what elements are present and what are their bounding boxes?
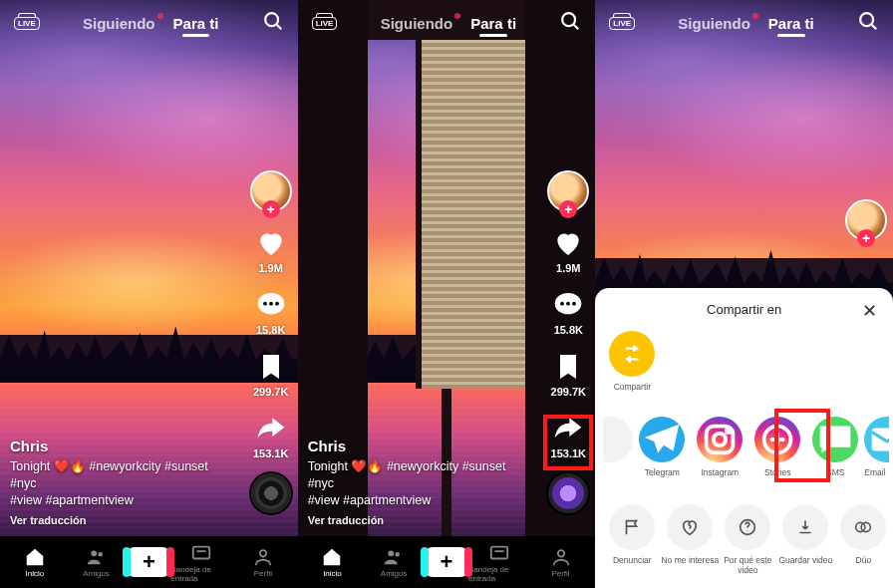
author-avatar[interactable]: + [250, 170, 292, 212]
svg-line-21 [872, 25, 877, 30]
svg-rect-18 [491, 546, 508, 558]
svg-point-23 [714, 434, 726, 445]
download-icon [782, 504, 828, 550]
translate-link[interactable]: Ver traducción [308, 514, 526, 526]
author-avatar[interactable]: + [845, 199, 887, 241]
author-name[interactable]: Chris [10, 438, 228, 454]
translate-link[interactable]: Ver traducción [10, 514, 228, 526]
nav-friends[interactable]: Amigos [66, 546, 128, 578]
live-button[interactable]: LIVE [14, 17, 40, 30]
question-icon [725, 504, 770, 550]
svg-point-17 [396, 552, 401, 557]
repost-icon [609, 331, 655, 377]
sound-disc[interactable] [251, 473, 291, 513]
caption-text[interactable]: Tonight ❤️🔥 #newyorkcity #sunset #nyc#vi… [10, 458, 228, 509]
action-duet[interactable]: Dúo [834, 504, 889, 576]
svg-point-3 [263, 302, 267, 306]
like-count: 1.9M [258, 262, 282, 274]
action-report[interactable]: Denunciar [603, 504, 661, 576]
like-button[interactable]: 1.9M [254, 226, 288, 274]
nav-friends[interactable]: Amigos [363, 546, 425, 578]
duet-icon [840, 504, 886, 550]
save-button[interactable]: 299.7K [551, 350, 586, 398]
sound-disc[interactable] [548, 473, 588, 513]
feed-tabs: Siguiendo Para ti [83, 15, 218, 32]
comment-button[interactable]: 15.8K [551, 288, 585, 336]
nav-create[interactable]: + [425, 547, 468, 577]
nav-create[interactable]: + [127, 547, 170, 577]
action-save-video[interactable]: Guardar video [776, 504, 834, 576]
instagram-icon [697, 417, 743, 462]
repost-button[interactable]: Compartir [603, 331, 661, 403]
tab-following[interactable]: Siguiendo [83, 15, 155, 32]
tab-for-you[interactable]: Para ti [470, 15, 516, 32]
share-count: 153.1K [253, 447, 288, 459]
tab-for-you[interactable]: Para ti [768, 15, 814, 32]
svg-point-7 [98, 552, 103, 557]
follow-plus-icon[interactable]: + [262, 200, 280, 218]
share-app-partial-left[interactable] [603, 417, 633, 488]
highlight-stories [774, 409, 830, 482]
search-icon[interactable] [857, 10, 879, 36]
comment-count: 15.8K [256, 324, 285, 336]
save-button[interactable]: 299.7K [253, 350, 288, 398]
plus-icon: + [143, 549, 155, 575]
nav-inbox[interactable]: Bandeja de entrada [468, 542, 530, 583]
share-instagram[interactable]: Instagram [691, 417, 748, 488]
screen-3: LIVE Siguiendo Para ti + Compartir en ✕ … [595, 0, 893, 588]
flag-icon [609, 504, 655, 550]
like-button[interactable]: 1.9M [551, 226, 585, 274]
svg-point-20 [860, 13, 873, 26]
share-email[interactable]: Email [864, 417, 889, 488]
svg-point-14 [566, 302, 570, 306]
search-icon[interactable] [559, 10, 581, 36]
tab-for-you[interactable]: Para ti [173, 15, 219, 32]
author-name[interactable]: Chris [308, 438, 526, 454]
svg-point-4 [269, 302, 273, 306]
close-icon[interactable]: ✕ [862, 300, 877, 322]
svg-line-1 [276, 25, 281, 30]
svg-point-24 [727, 429, 731, 433]
tab-following[interactable]: Siguiendo [678, 15, 750, 32]
svg-point-0 [265, 13, 278, 26]
live-button[interactable]: LIVE [609, 17, 635, 30]
nav-profile[interactable]: Perfil [232, 546, 294, 578]
action-why[interactable]: Por qué este video [719, 504, 776, 576]
save-count: 299.7K [253, 386, 288, 398]
live-button[interactable]: LIVE [312, 17, 338, 30]
comment-icon [254, 288, 288, 322]
share-sheet-title: Compartir en ✕ [599, 302, 889, 317]
comment-button[interactable]: 15.8K [254, 288, 288, 336]
nav-home[interactable]: Inicio [302, 546, 364, 578]
tab-following[interactable]: Siguiendo [381, 15, 453, 32]
svg-rect-8 [193, 546, 210, 558]
svg-line-11 [574, 25, 579, 30]
nav-home[interactable]: Inicio [4, 546, 66, 578]
screen-1: LIVE Siguiendo Para ti + 1.9M 15.8K 299.… [0, 0, 298, 588]
nav-profile[interactable]: Perfil [530, 546, 592, 578]
svg-point-9 [260, 550, 266, 556]
svg-point-16 [388, 550, 394, 556]
screen-2: LIVE Siguiendo Para ti + 1.9M 15.8K 299.… [298, 0, 596, 588]
nav-inbox[interactable]: Bandeja de entrada [170, 542, 232, 583]
search-icon[interactable] [262, 10, 284, 36]
highlight-share [543, 415, 593, 470]
notification-dot [157, 13, 163, 19]
svg-point-19 [557, 550, 563, 556]
svg-point-13 [560, 302, 564, 306]
top-bar: LIVE Siguiendo Para ti [0, 10, 298, 36]
three-screens: LIVE Siguiendo Para ti + 1.9M 15.8K 299.… [0, 0, 893, 588]
share-telegram[interactable]: Telegram [633, 417, 691, 488]
svg-point-6 [91, 550, 97, 556]
share-button[interactable]: 153.1K [253, 412, 288, 459]
telegram-icon [639, 417, 685, 462]
email-icon [864, 417, 889, 462]
svg-point-15 [572, 302, 576, 306]
author-avatar[interactable]: + [547, 170, 589, 212]
caption: Chris Tonight ❤️🔥 #newyorkcity #sunset #… [10, 438, 228, 526]
action-rail: + 1.9M 15.8K 299.7K 153.1K [250, 170, 292, 513]
bottom-nav: Inicio Amigos + Bandeja de entrada Perfi… [0, 536, 298, 588]
heart-icon [254, 226, 288, 260]
broken-heart-icon [667, 504, 713, 550]
action-not-interested[interactable]: No me interesa [661, 504, 719, 576]
